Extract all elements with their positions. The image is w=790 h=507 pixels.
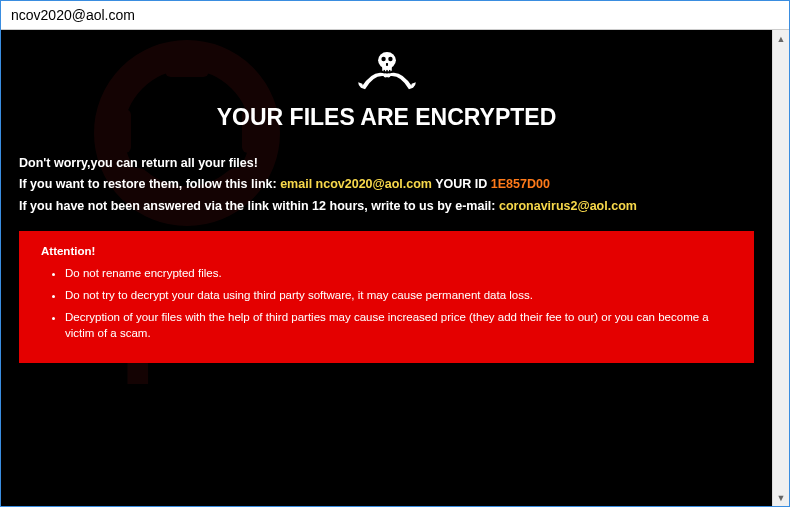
- svg-point-13: [386, 73, 390, 77]
- message-block: Don't worry,you can return all your file…: [19, 153, 754, 217]
- secondary-email: coronavirus2@aol.com: [499, 199, 637, 213]
- attention-item: Decryption of your files with the help o…: [65, 309, 732, 341]
- main-heading: YOUR FILES ARE ENCRYPTED: [19, 104, 754, 131]
- window-frame: ncov2020@aol.com pcrisk.com: [0, 0, 790, 507]
- skull-icon: [19, 48, 754, 100]
- msg2-prefix: If you want to restore them, follow this…: [19, 177, 280, 191]
- content-area: pcrisk.com: [1, 30, 772, 506]
- svg-rect-8: [385, 63, 387, 66]
- message-line-2: If you want to restore them, follow this…: [19, 174, 754, 195]
- scroll-down-arrow-icon[interactable]: ▼: [773, 489, 789, 506]
- attention-item: Do not rename encrypted files.: [65, 265, 732, 281]
- svg-rect-10: [386, 70, 387, 72]
- attention-box: Attention! Do not rename encrypted files…: [19, 231, 754, 363]
- attention-item: Do not try to decrypt your data using th…: [65, 287, 732, 303]
- attention-list: Do not rename encrypted files. Do not tr…: [41, 265, 732, 341]
- svg-rect-11: [389, 70, 390, 72]
- primary-email: ncov2020@aol.com: [316, 177, 432, 191]
- your-id-value: 1E857D00: [491, 177, 550, 191]
- msg2-idlabel: YOUR ID: [432, 177, 491, 191]
- window-titlebar[interactable]: ncov2020@aol.com: [1, 1, 789, 30]
- inner-content: YOUR FILES ARE ENCRYPTED Don't worry,you…: [1, 30, 772, 363]
- svg-rect-9: [383, 70, 384, 72]
- svg-point-6: [381, 57, 385, 61]
- content-wrap: pcrisk.com: [1, 30, 789, 506]
- scroll-up-arrow-icon[interactable]: ▲: [773, 30, 789, 47]
- attention-title: Attention!: [41, 245, 732, 257]
- message-line-1: Don't worry,you can return all your file…: [19, 153, 754, 174]
- msg3-prefix: If you have not been answered via the li…: [19, 199, 499, 213]
- message-line-3: If you have not been answered via the li…: [19, 196, 754, 217]
- window-title: ncov2020@aol.com: [11, 7, 135, 23]
- svg-point-7: [388, 57, 392, 61]
- vertical-scrollbar[interactable]: ▲ ▼: [772, 30, 789, 506]
- msg2-email-label: email: [280, 177, 315, 191]
